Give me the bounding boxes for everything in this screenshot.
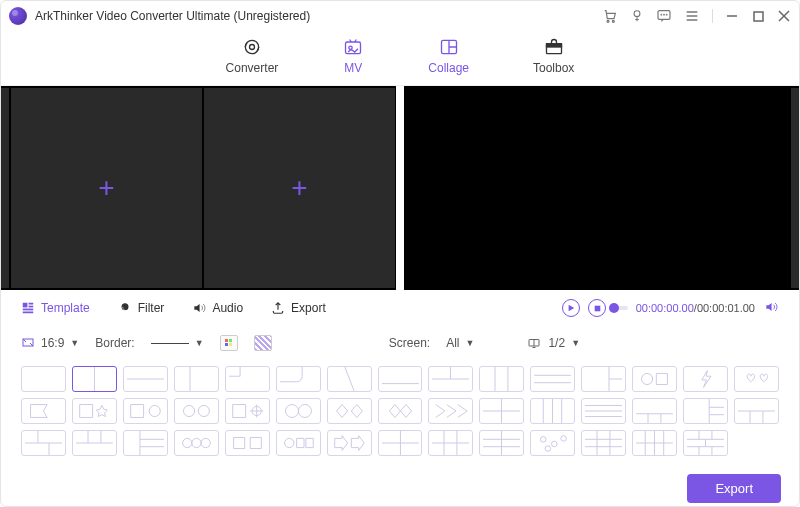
svg-point-92 <box>182 438 191 447</box>
tab-mv[interactable]: MV <box>342 37 364 75</box>
drop-zone-1[interactable]: + <box>11 88 202 288</box>
border-color-button[interactable] <box>220 335 238 351</box>
subnav: Template Filter Audio Export 00:00:00.00… <box>1 290 799 326</box>
svg-rect-26 <box>23 309 34 311</box>
subnav-template[interactable]: Template <box>21 301 90 315</box>
template-split3[interactable] <box>734 398 779 424</box>
volume-icon[interactable] <box>763 300 779 317</box>
screen-select[interactable]: All ▼ <box>446 336 474 350</box>
template-notch-round[interactable] <box>276 366 321 392</box>
template-bottom-bar[interactable] <box>378 366 423 392</box>
aspect-ratio-select[interactable]: 16:9 ▼ <box>21 336 79 350</box>
template-3circles[interactable] <box>174 430 219 456</box>
export-button[interactable]: Export <box>687 474 781 503</box>
svg-rect-58 <box>232 405 245 418</box>
template-gear-box[interactable] <box>225 398 270 424</box>
template-3x2[interactable] <box>428 430 473 456</box>
template-star-box[interactable] <box>72 398 117 424</box>
template-left-third[interactable] <box>174 366 219 392</box>
maximize-button[interactable] <box>751 9 765 23</box>
svg-point-15 <box>249 45 254 50</box>
cart-icon[interactable] <box>602 8 618 24</box>
template-corner4[interactable] <box>21 430 66 456</box>
template-two-circles-h[interactable] <box>276 398 321 424</box>
border-pattern-button[interactable] <box>254 335 272 351</box>
template-circle-box[interactable] <box>123 398 168 424</box>
template-pip-circle[interactable] <box>632 366 677 392</box>
svg-rect-30 <box>225 339 228 342</box>
play-button[interactable] <box>562 299 580 317</box>
template-1x1[interactable] <box>21 366 66 392</box>
template-2up-v[interactable] <box>72 366 117 392</box>
tab-converter[interactable]: Converter <box>226 37 279 75</box>
svg-point-110 <box>541 437 547 443</box>
time-total: 00:00:01.00 <box>697 302 755 314</box>
template-3x3[interactable] <box>581 430 626 456</box>
template-flag[interactable] <box>21 398 66 424</box>
tab-toolbox-label: Toolbox <box>533 61 574 75</box>
template-hearts[interactable] <box>734 366 779 392</box>
template-circle-boxes[interactable] <box>276 430 321 456</box>
template-brick[interactable] <box>683 430 728 456</box>
main-tabs: Converter MV Collage Toolbox <box>1 31 799 86</box>
workspace-divider <box>396 86 404 290</box>
template-2x3[interactable] <box>479 430 524 456</box>
template-chevron[interactable] <box>428 398 473 424</box>
drop-zone-2[interactable]: + <box>204 88 395 288</box>
minimize-button[interactable] <box>725 9 739 23</box>
seek-thumb[interactable] <box>609 303 619 313</box>
time-display: 00:00:00.00/00:00:01.00 <box>636 302 755 314</box>
template-4col[interactable] <box>530 398 575 424</box>
svg-point-62 <box>285 405 298 418</box>
canvas-edge-right <box>791 88 799 288</box>
subnav-audio[interactable]: Audio <box>192 301 243 315</box>
svg-point-0 <box>607 20 609 22</box>
template-lightning[interactable] <box>683 366 728 392</box>
template-2boxes[interactable] <box>225 430 270 456</box>
template-3col[interactable] <box>479 366 524 392</box>
key-icon[interactable] <box>630 8 644 24</box>
template-2x2[interactable] <box>479 398 524 424</box>
copies-value: 1/2 <box>548 336 565 350</box>
template-side3[interactable] <box>123 430 168 456</box>
subnav-template-label: Template <box>41 301 90 315</box>
template-cross-box[interactable] <box>378 398 423 424</box>
template-2up-h[interactable] <box>123 366 168 392</box>
template-4x2[interactable] <box>632 430 677 456</box>
svg-point-57 <box>198 405 209 416</box>
svg-marker-65 <box>351 405 362 418</box>
svg-point-55 <box>149 405 160 416</box>
screen-label: Screen: <box>389 336 430 350</box>
template-3row[interactable] <box>530 366 575 392</box>
template-bigleft[interactable] <box>683 398 728 424</box>
template-4row[interactable] <box>581 398 626 424</box>
svg-rect-23 <box>23 303 28 308</box>
menu-icon[interactable] <box>684 8 700 24</box>
tab-toolbox[interactable]: Toolbox <box>533 37 574 75</box>
subnav-filter[interactable]: Filter <box>118 301 165 315</box>
template-2x2b[interactable] <box>378 430 423 456</box>
seek-bar[interactable] <box>614 306 627 310</box>
template-scatter[interactable] <box>530 430 575 456</box>
close-button[interactable] <box>777 9 791 23</box>
template-t-shape[interactable] <box>72 430 117 456</box>
mv-icon <box>342 37 364 57</box>
subnav-export[interactable]: Export <box>271 301 326 315</box>
border-style-select[interactable]: ▼ <box>151 338 204 348</box>
template-bigtop[interactable] <box>632 398 677 424</box>
feedback-icon[interactable] <box>656 8 672 24</box>
svg-point-94 <box>201 438 210 447</box>
template-two-circles[interactable] <box>174 398 219 424</box>
copies-select[interactable]: 1/2 ▼ <box>526 336 580 350</box>
app-logo <box>9 7 27 25</box>
template-side2[interactable] <box>581 366 626 392</box>
template-notch-tl[interactable] <box>225 366 270 392</box>
tab-collage[interactable]: Collage <box>428 37 469 75</box>
template-diag[interactable] <box>327 366 372 392</box>
stop-button[interactable] <box>588 299 606 317</box>
template-2h-offset[interactable] <box>428 366 473 392</box>
svg-marker-101 <box>351 436 364 451</box>
template-diamonds[interactable] <box>327 398 372 424</box>
template-arrows[interactable] <box>327 430 372 456</box>
svg-marker-52 <box>31 405 48 418</box>
